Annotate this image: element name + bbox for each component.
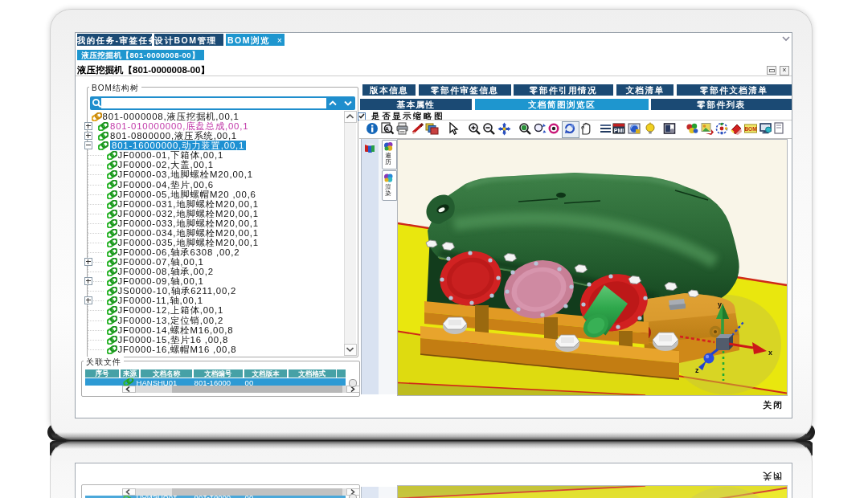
svg-text:PMI: PMI: [614, 128, 624, 133]
svg-text:x: x: [768, 349, 772, 357]
svg-text:z: z: [695, 366, 699, 374]
svg-text:A: A: [385, 126, 389, 132]
svg-text:BOM: BOM: [744, 126, 756, 132]
svg-text:y: y: [718, 300, 722, 308]
